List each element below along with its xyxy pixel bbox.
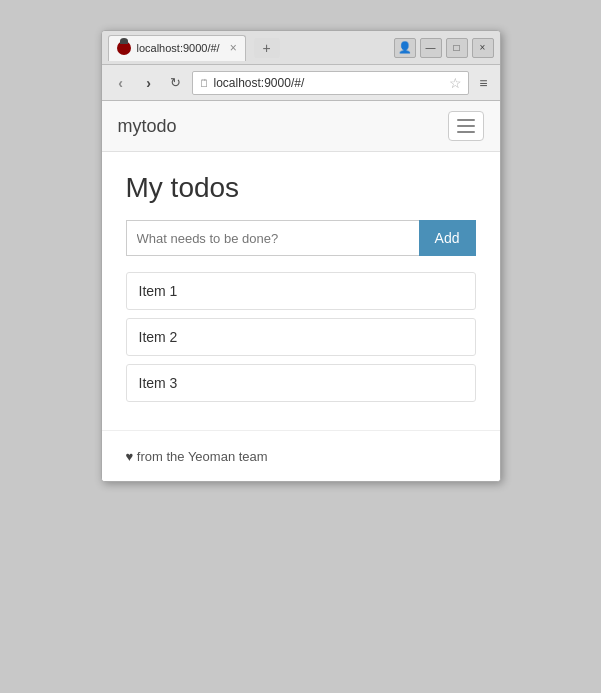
todo-item: Item 1 (126, 272, 476, 310)
app-frame: mytodo My todos Add Item 1 Item 2 Item 3 (102, 101, 500, 481)
tab-title: localhost:9000/#/ (137, 42, 220, 54)
title-bar-controls: 👤 — □ × (394, 38, 494, 58)
maximize-button[interactable]: □ (446, 38, 468, 58)
forward-button[interactable]: › (138, 72, 160, 94)
todo-item: Item 2 (126, 318, 476, 356)
window-close-button[interactable]: × (472, 38, 494, 58)
browser-tab[interactable]: localhost:9000/#/ × (108, 35, 246, 61)
todo-item-text: Item 3 (139, 375, 178, 391)
app-footer: ♥ from the Yeoman team (102, 430, 500, 481)
hamburger-line-2 (457, 125, 475, 127)
back-button[interactable]: ‹ (110, 72, 132, 94)
reload-button[interactable]: ↻ (166, 73, 186, 93)
todo-item-text: Item 1 (139, 283, 178, 299)
title-bar: localhost:9000/#/ × + 👤 — □ × (102, 31, 500, 65)
todo-item-text: Item 2 (139, 329, 178, 345)
todo-input[interactable] (126, 220, 419, 256)
todo-input-group: Add (126, 220, 476, 256)
address-bar: ‹ › ↻ 🗒 localhost:9000/#/ ☆ ≡ (102, 65, 500, 101)
user-icon-button[interactable]: 👤 (394, 38, 416, 58)
minimize-button[interactable]: — (420, 38, 442, 58)
title-bar-left: localhost:9000/#/ × + (108, 35, 394, 61)
add-button[interactable]: Add (419, 220, 476, 256)
url-bar[interactable]: 🗒 localhost:9000/#/ ☆ (192, 71, 470, 95)
footer-message: from the Yeoman team (133, 449, 267, 464)
hamburger-line-3 (457, 131, 475, 133)
hamburger-menu-button[interactable] (448, 111, 484, 141)
tab-close-button[interactable]: × (230, 41, 237, 55)
hamburger-line-1 (457, 119, 475, 121)
app-navbar: mytodo (102, 101, 500, 152)
todo-item: Item 3 (126, 364, 476, 402)
browser-menu-icon[interactable]: ≡ (475, 73, 491, 93)
favicon-icon (117, 41, 131, 55)
app-brand: mytodo (118, 116, 177, 137)
footer-text: ♥ from the Yeoman team (126, 449, 268, 464)
url-text: localhost:9000/#/ (214, 76, 446, 90)
page-title: My todos (126, 172, 476, 204)
star-icon[interactable]: ☆ (449, 75, 462, 91)
url-icon: 🗒 (199, 77, 210, 89)
browser-window: localhost:9000/#/ × + 👤 — □ × ‹ › ↻ 🗒 lo… (101, 30, 501, 482)
main-content: My todos Add Item 1 Item 2 Item 3 (102, 152, 500, 430)
new-tab-button[interactable]: + (254, 38, 280, 58)
